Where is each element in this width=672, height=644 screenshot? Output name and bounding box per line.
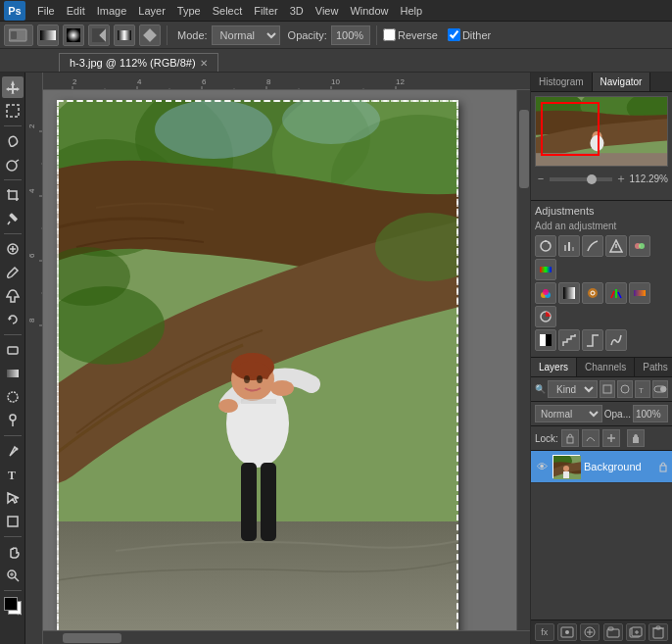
menu-image[interactable]: Image [91,3,133,19]
filter-adj-btn[interactable] [617,380,633,398]
gradient-type-linear[interactable] [37,25,59,46]
zoom-out-btn[interactable]: － [535,171,547,187]
adj-curves[interactable] [582,235,603,257]
layer-adj-btn[interactable] [580,623,600,641]
layer-filter-select[interactable]: Kind [548,380,598,398]
marquee-tool[interactable] [2,100,24,122]
adj-color-balance[interactable] [535,282,556,304]
tab-layers[interactable]: Layers [531,358,577,376]
healing-tool[interactable] [2,238,24,260]
foreground-bg-colors[interactable]: ↔ [2,597,24,619]
layer-background[interactable]: 👁 Background [531,451,672,483]
filter-toggle[interactable] [652,380,668,398]
opacity-value-input[interactable]: 100% [633,405,668,422]
gradient-type-angle[interactable] [88,25,110,46]
eraser-tool[interactable] [2,339,24,361]
shape-tool[interactable] [2,511,24,532]
layer-group-btn[interactable] [603,623,623,641]
menu-type[interactable]: Type [171,3,207,19]
layer-new-btn[interactable] [626,623,646,641]
adj-exposure[interactable] [605,235,627,257]
layer-visibility-toggle[interactable]: 👁 [535,460,549,473]
menu-window[interactable]: Window [344,3,394,19]
history-brush-tool[interactable] [2,309,24,330]
stamp-tool[interactable] [2,285,24,307]
text-tool[interactable]: T [2,464,24,485]
menu-layer[interactable]: Layer [132,3,171,19]
svg-rect-112 [634,290,646,296]
zoom-slider[interactable] [550,177,612,181]
tab-channels[interactable]: Channels [577,358,635,376]
scrollbar-vertical-thumb[interactable] [519,110,529,188]
adj-hdr-toning[interactable] [605,329,627,351]
menu-3d[interactable]: 3D [284,3,310,19]
gradient-type-radial[interactable] [63,25,84,46]
brush-tool[interactable] [2,262,24,283]
adj-vibrance[interactable] [629,235,650,257]
menu-file[interactable]: File [31,3,61,19]
blend-mode-select[interactable]: Normal [535,405,602,422]
lock-all-btn[interactable] [627,429,645,447]
move-tool[interactable] [2,76,24,98]
zoom-slider-thumb[interactable] [587,174,597,184]
tab-histogram[interactable]: Histogram [531,73,593,91]
lock-image-btn[interactable] [582,429,600,447]
scrollbar-horizontal[interactable] [43,630,530,644]
dodge-tool[interactable] [2,410,24,431]
zoom-in-btn[interactable]: ＋ [615,171,627,187]
adj-brightness[interactable] [535,235,556,257]
gradient-type-reflected[interactable] [114,25,135,46]
menu-edit[interactable]: Edit [61,3,91,19]
navigator-preview[interactable] [535,96,668,167]
adj-selective-color[interactable] [535,306,556,327]
tab-paths[interactable]: Paths [635,358,672,376]
gradient-type-diamond[interactable] [139,25,161,46]
adj-hue-sat[interactable] [535,259,556,280]
svg-text:12: 12 [396,77,405,86]
svg-point-66 [331,115,458,242]
layer-fx-btn[interactable]: fx [535,623,554,641]
menu-help[interactable]: Help [395,3,429,19]
tool-preset-btn[interactable] [4,25,33,46]
adj-invert[interactable] [535,329,556,351]
gradient-tool[interactable] [2,363,24,384]
adj-gradient-map[interactable] [629,282,650,304]
filter-type-btn[interactable]: T [635,380,650,398]
zoom-tool[interactable] [2,565,24,586]
lock-position-btn[interactable] [602,429,620,447]
crop-tool[interactable] [2,184,24,206]
tab-navigator[interactable]: Navigator [593,73,651,91]
layer-delete-btn[interactable] [648,623,668,641]
menu-view[interactable]: View [310,3,345,19]
adj-photo-filter[interactable] [582,282,603,304]
reverse-label[interactable]: Reverse [383,28,438,41]
dither-checkbox[interactable] [448,28,460,41]
eyedropper-tool[interactable] [2,208,24,229]
adj-black-white[interactable] [558,282,580,304]
adj-posterize[interactable] [558,329,580,351]
pen-tool[interactable] [2,440,24,462]
scrollbar-horizontal-thumb[interactable] [63,633,121,643]
mode-select[interactable]: Normal [212,25,280,45]
blur-tool[interactable] [2,386,24,408]
tab-close-btn[interactable]: ✕ [200,58,208,69]
scrollbar-vertical[interactable] [516,90,530,630]
layer-mask-btn[interactable] [557,623,577,641]
menu-select[interactable]: Select [207,3,249,19]
canvas-viewport[interactable] [43,90,530,630]
opacity-input[interactable]: 100% [331,25,370,45]
quick-select-tool[interactable] [2,154,24,175]
reverse-checkbox[interactable] [383,28,396,41]
menu-filter[interactable]: Filter [248,3,283,19]
dither-label[interactable]: Dither [448,28,491,41]
svg-text:4: 4 [137,77,142,86]
lock-transparent-btn[interactable] [561,429,579,447]
adj-levels[interactable] [558,235,580,257]
filter-pixel-btn[interactable] [600,380,615,398]
path-select-tool[interactable] [2,487,24,509]
adj-threshold[interactable] [582,329,603,351]
lasso-tool[interactable] [2,130,24,152]
adj-channel-mixer[interactable] [605,282,627,304]
document-tab[interactable]: h-3.jpg @ 112% (RGB/8#) ✕ [59,53,218,72]
hand-tool[interactable] [2,541,24,563]
